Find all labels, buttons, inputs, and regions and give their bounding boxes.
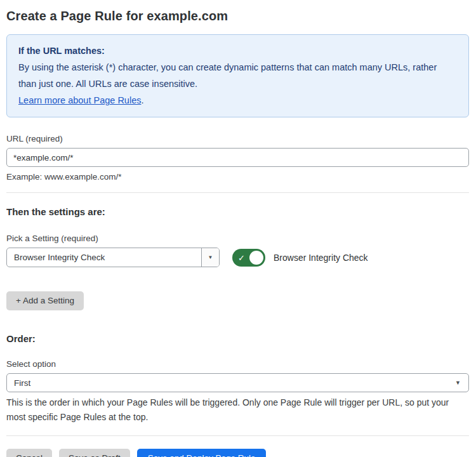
url-input[interactable] [6,148,469,167]
footer-divider [6,435,469,436]
link-suffix: . [141,95,143,105]
save-and-deploy-button[interactable]: Save and Deploy Page Rule [137,449,267,457]
url-match-info-box: If the URL matches: By using the asteris… [6,34,469,117]
page-title: Create a Page Rule for example.com [6,9,469,23]
info-box-heading: If the URL matches: [18,43,457,59]
save-as-draft-button[interactable]: Save as Draft [59,449,130,457]
settings-section-heading: Then the settings are: [6,206,469,217]
chevron-down-icon: ▼ [455,380,468,386]
section-divider [6,192,469,193]
order-select-value: First [7,378,455,388]
chevron-down-icon: ▼ [208,255,213,260]
info-box-link-line: Learn more about Page Rules. [18,92,457,109]
url-field-label: URL (required) [6,134,469,143]
check-icon: ✓ [238,253,245,262]
create-page-rule-form: Create a Page Rule for example.com If th… [0,0,476,457]
add-setting-button[interactable]: + Add a Setting [6,291,84,310]
footer-actions: Cancel Save as Draft Save and Deploy Pag… [6,449,469,457]
setting-toggle-label: Browser Integrity Check [274,253,368,263]
setting-select[interactable]: Browser Integrity Check ▼ [6,248,220,267]
url-example-text: Example: www.example.com/* [6,172,469,182]
learn-more-link[interactable]: Learn more about Page Rules [18,95,141,105]
order-section-heading: Order: [6,333,469,344]
toggle-knob [249,251,263,265]
order-select-label: Select option [6,359,469,369]
info-box-body: By using the asterisk (*) character, you… [18,59,457,92]
order-help-text: This is the order in which your Page Rul… [6,395,465,425]
setting-select-arrow-button[interactable]: ▼ [201,248,219,267]
setting-picker-label: Pick a Setting (required) [6,234,469,243]
cancel-button[interactable]: Cancel [6,449,52,457]
setting-select-value: Browser Integrity Check [7,248,201,267]
setting-toggle[interactable]: ✓ [232,249,265,267]
setting-row: Browser Integrity Check ▼ ✓ Browser Inte… [6,248,469,267]
order-select[interactable]: First ▼ [6,373,469,392]
